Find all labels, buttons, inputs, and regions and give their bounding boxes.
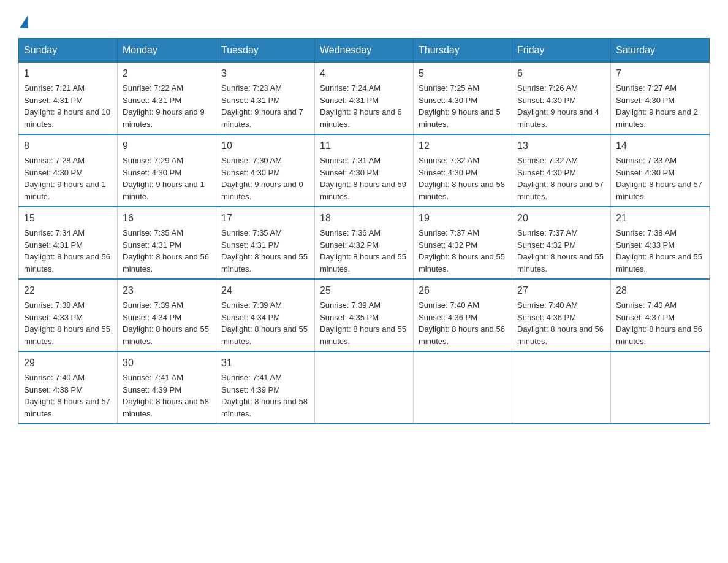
cell-content: Sunrise: 7:40 AMSunset: 4:36 PMDaylight:… [517,301,604,346]
cell-content: Sunrise: 7:36 AMSunset: 4:32 PMDaylight:… [320,228,406,274]
day-number: 25 [320,283,408,298]
calendar-cell: 1Sunrise: 7:21 AMSunset: 4:31 PMDaylight… [19,63,118,135]
calendar-cell [315,351,414,424]
day-number: 5 [419,66,507,81]
calendar-cell [512,351,611,424]
calendar-week-row: 22Sunrise: 7:38 AMSunset: 4:33 PMDayligh… [19,279,710,351]
calendar-cell: 18Sunrise: 7:36 AMSunset: 4:32 PMDayligh… [315,207,414,279]
calendar-cell: 12Sunrise: 7:32 AMSunset: 4:30 PMDayligh… [414,134,512,207]
calendar-cell [611,351,710,424]
cell-content: Sunrise: 7:40 AMSunset: 4:36 PMDaylight:… [419,301,505,346]
calendar-cell: 17Sunrise: 7:35 AMSunset: 4:31 PMDayligh… [216,207,315,279]
day-of-week-header: Thursday [414,39,512,63]
cell-content: Sunrise: 7:22 AMSunset: 4:31 PMDaylight:… [123,83,205,129]
day-of-week-header: Monday [118,39,216,63]
cell-content: Sunrise: 7:40 AMSunset: 4:38 PMDaylight:… [24,373,110,418]
day-number: 11 [320,139,408,153]
day-number: 19 [419,211,507,226]
day-number: 10 [221,139,309,153]
day-number: 28 [616,283,704,298]
calendar-cell: 7Sunrise: 7:27 AMSunset: 4:30 PMDaylight… [611,63,710,135]
calendar-cell: 11Sunrise: 7:31 AMSunset: 4:30 PMDayligh… [315,134,414,207]
calendar-cell: 21Sunrise: 7:38 AMSunset: 4:33 PMDayligh… [611,207,710,279]
calendar-cell: 25Sunrise: 7:39 AMSunset: 4:35 PMDayligh… [315,279,414,351]
calendar-cell: 16Sunrise: 7:35 AMSunset: 4:31 PMDayligh… [118,207,216,279]
day-number: 13 [517,139,605,153]
cell-content: Sunrise: 7:37 AMSunset: 4:32 PMDaylight:… [419,228,505,274]
day-number: 7 [616,66,704,81]
day-of-week-header: Sunday [19,39,118,63]
day-number: 22 [24,283,112,298]
day-number: 9 [123,139,211,153]
day-number: 4 [320,66,408,81]
day-number: 1 [24,66,112,81]
calendar-cell: 28Sunrise: 7:40 AMSunset: 4:37 PMDayligh… [611,279,710,351]
calendar-cell [414,351,512,424]
cell-content: Sunrise: 7:40 AMSunset: 4:37 PMDaylight:… [616,301,702,346]
cell-content: Sunrise: 7:37 AMSunset: 4:32 PMDaylight:… [517,228,604,274]
calendar-cell: 9Sunrise: 7:29 AMSunset: 4:30 PMDaylight… [118,134,216,207]
day-number: 16 [123,211,211,226]
cell-content: Sunrise: 7:25 AMSunset: 4:30 PMDaylight:… [419,83,501,129]
cell-content: Sunrise: 7:39 AMSunset: 4:35 PMDaylight:… [320,301,406,346]
calendar-cell: 27Sunrise: 7:40 AMSunset: 4:36 PMDayligh… [512,279,611,351]
calendar-cell: 13Sunrise: 7:32 AMSunset: 4:30 PMDayligh… [512,134,611,207]
day-of-week-header: Wednesday [315,39,414,63]
calendar-cell: 31Sunrise: 7:41 AMSunset: 4:39 PMDayligh… [216,351,315,424]
calendar-cell: 30Sunrise: 7:41 AMSunset: 4:39 PMDayligh… [118,351,216,424]
day-number: 6 [517,66,605,81]
cell-content: Sunrise: 7:34 AMSunset: 4:31 PMDaylight:… [24,228,110,274]
cell-content: Sunrise: 7:24 AMSunset: 4:31 PMDaylight:… [320,83,402,129]
cell-content: Sunrise: 7:32 AMSunset: 4:30 PMDaylight:… [419,156,505,201]
cell-content: Sunrise: 7:35 AMSunset: 4:31 PMDaylight:… [221,228,308,274]
cell-content: Sunrise: 7:27 AMSunset: 4:30 PMDaylight:… [616,83,698,129]
calendar-cell: 22Sunrise: 7:38 AMSunset: 4:33 PMDayligh… [19,279,118,351]
calendar-cell: 5Sunrise: 7:25 AMSunset: 4:30 PMDaylight… [414,63,512,135]
calendar-cell: 19Sunrise: 7:37 AMSunset: 4:32 PMDayligh… [414,207,512,279]
day-number: 30 [123,356,211,370]
calendar-cell: 29Sunrise: 7:40 AMSunset: 4:38 PMDayligh… [19,351,118,424]
day-number: 17 [221,211,309,226]
day-number: 2 [123,66,211,81]
cell-content: Sunrise: 7:35 AMSunset: 4:31 PMDaylight:… [123,228,209,274]
day-number: 31 [221,356,309,370]
cell-content: Sunrise: 7:28 AMSunset: 4:30 PMDaylight:… [24,156,106,201]
day-number: 14 [616,139,704,153]
calendar-header-row: SundayMondayTuesdayWednesdayThursdayFrid… [19,39,710,63]
calendar-cell: 14Sunrise: 7:33 AMSunset: 4:30 PMDayligh… [611,134,710,207]
day-of-week-header: Friday [512,39,611,63]
calendar-cell: 6Sunrise: 7:26 AMSunset: 4:30 PMDaylight… [512,63,611,135]
day-number: 15 [24,211,112,226]
day-number: 8 [24,139,112,153]
cell-content: Sunrise: 7:41 AMSunset: 4:39 PMDaylight:… [221,373,308,418]
calendar-table: SundayMondayTuesdayWednesdayThursdayFrid… [18,38,710,424]
calendar-cell: 2Sunrise: 7:22 AMSunset: 4:31 PMDaylight… [118,63,216,135]
cell-content: Sunrise: 7:23 AMSunset: 4:31 PMDaylight:… [221,83,303,129]
cell-content: Sunrise: 7:30 AMSunset: 4:30 PMDaylight:… [221,156,303,201]
page-header [18,12,710,26]
cell-content: Sunrise: 7:32 AMSunset: 4:30 PMDaylight:… [517,156,604,201]
cell-content: Sunrise: 7:21 AMSunset: 4:31 PMDaylight:… [24,83,110,129]
calendar-cell: 20Sunrise: 7:37 AMSunset: 4:32 PMDayligh… [512,207,611,279]
cell-content: Sunrise: 7:41 AMSunset: 4:39 PMDaylight:… [123,373,209,418]
cell-content: Sunrise: 7:26 AMSunset: 4:30 PMDaylight:… [517,83,599,129]
day-number: 23 [123,283,211,298]
calendar-cell: 23Sunrise: 7:39 AMSunset: 4:34 PMDayligh… [118,279,216,351]
calendar-cell: 26Sunrise: 7:40 AMSunset: 4:36 PMDayligh… [414,279,512,351]
logo-triangle-icon [20,15,28,28]
cell-content: Sunrise: 7:33 AMSunset: 4:30 PMDaylight:… [616,156,702,201]
day-number: 20 [517,211,605,226]
cell-content: Sunrise: 7:38 AMSunset: 4:33 PMDaylight:… [24,301,110,346]
day-of-week-header: Tuesday [216,39,315,63]
day-number: 18 [320,211,408,226]
day-number: 24 [221,283,309,298]
day-number: 26 [419,283,507,298]
day-number: 12 [419,139,507,153]
calendar-cell: 4Sunrise: 7:24 AMSunset: 4:31 PMDaylight… [315,63,414,135]
logo [18,12,28,26]
calendar-cell: 8Sunrise: 7:28 AMSunset: 4:30 PMDaylight… [19,134,118,207]
day-number: 3 [221,66,309,81]
day-of-week-header: Saturday [611,39,710,63]
cell-content: Sunrise: 7:29 AMSunset: 4:30 PMDaylight:… [123,156,205,201]
day-number: 29 [24,356,112,370]
